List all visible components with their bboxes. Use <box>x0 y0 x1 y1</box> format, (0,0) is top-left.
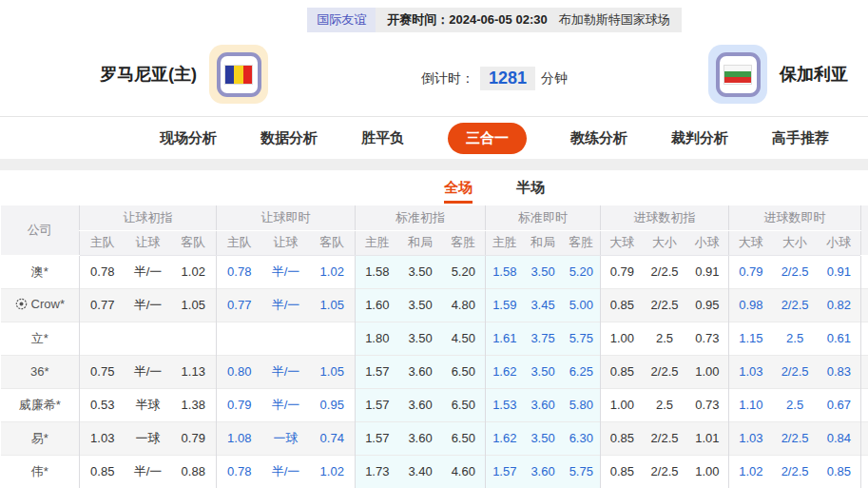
odds-cell: 3.50 <box>399 288 442 322</box>
odds-cell: 0.77 <box>217 288 262 322</box>
odds-cell: 1.58 <box>486 255 524 288</box>
odds-cell: 6.50 <box>442 388 486 421</box>
odds-cell: 1.58 <box>356 255 399 288</box>
odds-cell: 1.00 <box>686 355 729 388</box>
nav-tab-2[interactable]: 胜平负 <box>361 129 404 147</box>
odds-cell <box>262 322 310 355</box>
sub-header: 让球 <box>125 230 171 255</box>
nav-tab-5[interactable]: 裁判分析 <box>671 129 728 147</box>
subtab-0-active[interactable]: 全场 <box>444 179 473 204</box>
odds-cell: 0.83 <box>818 355 861 388</box>
odds-cell: 0.91 <box>686 255 729 288</box>
odds-cell: 5.80 <box>563 388 601 421</box>
nav-tab-0[interactable]: 现场分析 <box>160 129 217 147</box>
odds-cell: 3.75 <box>524 322 563 355</box>
match-info-bar: 国际友谊 开赛时间：2024-06-05 02:30 布加勒斯特国家球场 <box>0 8 868 32</box>
company-cell[interactable]: 伟* <box>1 455 80 488</box>
odds-cell: 1.03 <box>729 355 773 388</box>
away-flag-card <box>708 45 767 104</box>
odds-cell: 0.80 <box>217 355 262 388</box>
odds-cell: 0.67 <box>818 388 861 421</box>
subtab-1[interactable]: 半场 <box>516 179 545 197</box>
nav-tab-1[interactable]: 数据分析 <box>260 129 318 147</box>
odds-cell: 0.73 <box>686 388 729 421</box>
odds-cell <box>125 322 171 355</box>
odds-cell: 1.00 <box>686 455 729 488</box>
odds-cell: 1.03 <box>729 421 773 455</box>
company-cell[interactable]: 立* <box>1 322 80 355</box>
venue-label: 布加勒斯特国家球场 <box>553 8 682 32</box>
odds-cell: 0.85 <box>601 288 644 322</box>
odds-cell: 半/一 <box>125 355 171 388</box>
company-cell[interactable]: 威廉希* <box>1 388 80 421</box>
odds-cell: 1.01 <box>686 421 729 455</box>
cutoff-column-header <box>861 205 868 255</box>
odds-cell: 半球 <box>125 388 171 421</box>
sub-header: 主队 <box>217 230 262 255</box>
match-info-strip: 国际友谊 开赛时间：2024-06-05 02:30 布加勒斯特国家球场 <box>307 8 681 32</box>
odds-cell: 1.62 <box>486 355 524 388</box>
odds-cell: 3.45 <box>524 288 563 322</box>
odds-cell: 0.95 <box>310 388 356 421</box>
odds-cell: 1.53 <box>486 388 524 421</box>
cutoff-cell <box>861 388 868 421</box>
cutoff-cell <box>861 455 868 488</box>
sub-header: 主胜 <box>356 230 399 255</box>
odds-cell: 一球 <box>125 421 171 455</box>
nav-tab-3-active[interactable]: 三合一 <box>448 123 527 154</box>
odds-cell: 0.82 <box>818 288 861 322</box>
odds-cell: 0.78 <box>217 455 262 488</box>
company-cell[interactable]: 36* <box>1 355 80 388</box>
odds-cell: 0.91 <box>818 255 861 288</box>
odds-cell: 1.05 <box>310 288 356 322</box>
odds-cell: 0.79 <box>601 255 644 288</box>
odds-cell: 3.50 <box>524 355 563 388</box>
odds-cell: 1.00 <box>601 322 644 355</box>
sub-header: 小球 <box>686 230 729 255</box>
nav-tab-4[interactable]: 教练分析 <box>570 129 627 147</box>
odds-cell: 0.79 <box>729 255 773 288</box>
odds-cell: 1.15 <box>729 322 773 355</box>
odds-cell <box>310 322 356 355</box>
sub-header: 主队 <box>80 230 125 255</box>
odds-cell: 0.95 <box>686 288 729 322</box>
odds-cell: 1.05 <box>310 355 356 388</box>
group-header-4: 进球数初指 <box>601 205 729 230</box>
odds-cell: 0.75 <box>80 355 125 388</box>
odds-cell: 0.88 <box>171 455 217 488</box>
odds-cell: 1.02 <box>729 455 773 488</box>
company-cell[interactable]: 易* <box>1 421 80 455</box>
nav-tab-6[interactable]: 高手推荐 <box>772 129 829 147</box>
odds-cell: 5.00 <box>563 288 601 322</box>
odds-cell: 0.78 <box>80 255 125 288</box>
company-cell[interactable]: Crow* <box>1 288 80 322</box>
sub-header: 大球 <box>601 230 644 255</box>
nav-tabs: 现场分析数据分析胜平负三合一教练分析裁判分析高手推荐 <box>0 117 868 159</box>
league-badge[interactable]: 国际友谊 <box>307 8 376 32</box>
odds-table: 公司让球初指让球即时标准初指标准即时进球数初指进球数即时主队让球客队主队让球客队… <box>0 205 868 488</box>
odds-cell: 2.5 <box>773 322 818 355</box>
odds-cell: 1.57 <box>356 421 399 455</box>
kickoff-time: 开赛时间：2024-06-05 02:30 <box>376 8 552 32</box>
odds-cell: 半/一 <box>262 388 310 421</box>
odds-cell: 0.85 <box>80 455 125 488</box>
odds-cell: 1.10 <box>729 388 773 421</box>
odds-cell: 0.85 <box>601 421 644 455</box>
odds-cell: 5.20 <box>442 255 486 288</box>
group-header-0: 让球初指 <box>80 205 217 230</box>
company-cell[interactable]: 澳* <box>1 255 80 288</box>
cutoff-cell <box>861 355 868 388</box>
odds-cell: 0.84 <box>818 421 861 455</box>
odds-cell: 0.77 <box>80 288 125 322</box>
odds-cell: 1.03 <box>80 421 125 455</box>
odds-cell: 5.75 <box>563 322 601 355</box>
group-header-1: 让球即时 <box>217 205 356 230</box>
odds-cell: 3.60 <box>524 388 563 421</box>
bulgaria-flag-frame <box>716 52 761 97</box>
odds-cell: 6.50 <box>442 421 486 455</box>
odds-cell: 0.85 <box>601 455 644 488</box>
odds-cell: 1.61 <box>486 322 524 355</box>
odds-cell <box>80 322 125 355</box>
sub-header: 客胜 <box>442 230 486 255</box>
table-row: 立*1.803.504.501.613.755.751.002.50.731.1… <box>1 322 868 355</box>
